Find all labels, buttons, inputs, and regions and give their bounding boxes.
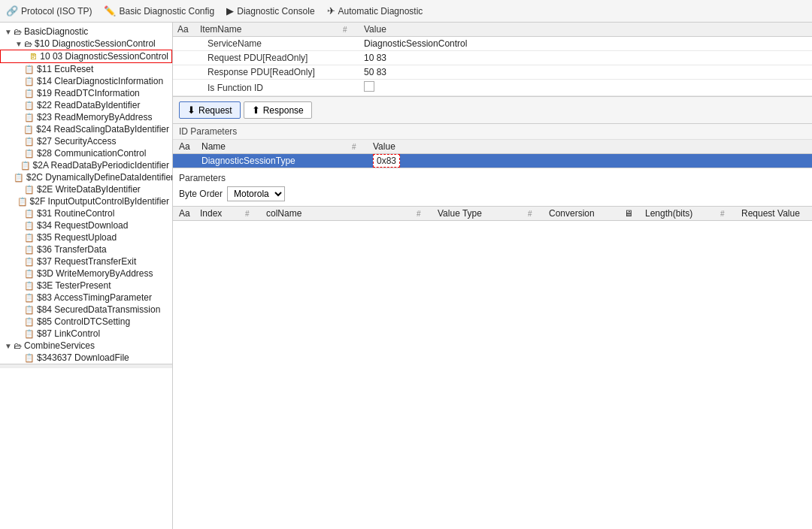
byte-order-label: Byte Order (179, 189, 223, 199)
toolbar-auto-diag[interactable]: ✈ Automatic Diagnostic (327, 5, 423, 17)
id-row-value: 0x83 (373, 156, 806, 166)
info-row: ServiceNameDiagnosticSessionControl (173, 37, 812, 51)
toolbar-basic-diag[interactable]: ✏️ Basic Diagnostic Config (104, 5, 214, 17)
tree-item-10-03-session[interactable]: 🖹10 03 DiagnosticSessionControl (0, 50, 172, 63)
tree-toggle-combineservices-root: ▼ (3, 342, 14, 350)
tree-item-combineservices-root[interactable]: ▼🗁CombineServices (0, 340, 172, 352)
info-row: Response PDU[ReadOnly]50 83 (173, 65, 812, 80)
toolbar-protocol[interactable]: 🔗 Protocol (ISO TP) (6, 5, 92, 17)
toolbar-protocol-label: Protocol (ISO TP) (21, 6, 92, 17)
toolbar: 🔗 Protocol (ISO TP) ✏️ Basic Diagnostic … (0, 0, 812, 23)
tree-item-label: $11 EcuReset (37, 64, 93, 74)
leaf-icon: 📋 (24, 89, 35, 98)
tree-item-27-security[interactable]: 📋$27 SecurityAccess (0, 135, 172, 147)
tree-item-label: $2E WriteDataByIdentifier (37, 184, 141, 195)
leaf-icon: 📋 (24, 149, 35, 159)
params-col-index: Index (200, 208, 245, 219)
folder-icon: 🗁 (24, 39, 32, 48)
info-col-header-itemname: ItemName (200, 24, 343, 35)
tree-item-label: $3D WriteMemoryByAddress (37, 268, 153, 279)
id-col-header-hash: # (352, 141, 373, 152)
tree-item-10-diagnostic[interactable]: ▼🗁$10 DiagnosticSessionControl (0, 38, 172, 50)
id-param-row[interactable]: DiagnosticSessionType 0x83 (173, 154, 812, 168)
leaf-icon: 📋 (23, 125, 34, 135)
params-section-label: Parameters (179, 173, 806, 183)
tree-item-label: $87 LinkControl (37, 328, 100, 339)
tree-item-31-routine[interactable]: 📋$31 RoutineControl (0, 207, 172, 219)
tree-item-85-control[interactable]: 📋$85 ControlDTCSetting (0, 316, 172, 328)
tree-item-36-transfer[interactable]: 📋$36 TransferData (0, 243, 172, 255)
id-row-name: DiagnosticSessionType (201, 156, 352, 166)
info-row-value: 10 83 (364, 53, 807, 63)
tree-item-label: $28 CommunicationControl (37, 148, 146, 159)
tree-item-34-reqdown[interactable]: 📋$34 RequestDownload (0, 219, 172, 231)
tree-item-35-requp[interactable]: 📋$35 RequestUpload (0, 231, 172, 243)
tree-item-23-readmem[interactable]: 📋$23 ReadMemoryByAddress (0, 111, 172, 123)
id-col-header-row: Aa Name # Value (173, 140, 812, 154)
tree-item-label: $3E TesterPresent (37, 280, 111, 291)
info-table-section: Aa ItemName # Value ServiceNameDiagnosti… (173, 23, 812, 97)
console-icon: ▶ (226, 5, 234, 17)
tree-item-label: CombineServices (24, 340, 95, 351)
tree-item-label: $10 DiagnosticSessionControl (35, 38, 156, 49)
leaf-icon: 📋 (20, 161, 31, 171)
info-col-header-hash: # (343, 24, 364, 35)
leaf-icon: 📋 (24, 137, 35, 147)
response-button[interactable]: ⬆ Response (244, 101, 312, 119)
auto-icon: ✈ (327, 5, 335, 17)
tree-item-label: 10 03 DiagnosticSessionControl (40, 51, 168, 62)
tree-toggle-basicdiagnostic-root: ▼ (3, 28, 14, 36)
params-col-icon-len: 🖥 (624, 208, 645, 219)
tree-item-label: $84 SecuredDataTransmission (37, 304, 160, 315)
tree-item-19-readdtc[interactable]: 📋$19 ReadDTCInformation (0, 87, 172, 99)
tree-item-2F-inputoutput[interactable]: 📋$2F InputOutputControlByIdentifier (0, 195, 172, 207)
info-row-value: 50 83 (364, 67, 807, 77)
leaf-icon: 📋 (14, 173, 24, 183)
leaf-icon: 📋 (24, 317, 35, 327)
tree-item-11-ecureset[interactable]: 📋$11 EcuReset (0, 63, 172, 75)
toolbar-basic-diag-label: Basic Diagnostic Config (119, 6, 214, 17)
id-col-header-value: Value (373, 141, 806, 152)
tree-item-37-reqtransfer[interactable]: 📋$37 RequestTransferExit (0, 255, 172, 268)
tree-item-28-comm[interactable]: 📋$28 CommunicationControl (0, 147, 172, 159)
tree-item-343637-download[interactable]: 📋$343637 DownloadFile (0, 352, 172, 364)
tree-item-label: $85 ControlDTCSetting (37, 316, 130, 327)
info-row-value: DiagnosticSessionControl (364, 38, 807, 49)
tree-item-3E-tester[interactable]: 📋$3E TesterPresent (0, 280, 172, 292)
tree-panel: ▼🗁BasicDiagnostic▼🗁$10 DiagnosticSession… (0, 23, 173, 529)
info-checkbox[interactable] (364, 81, 374, 92)
leaf-icon: 📋 (24, 305, 35, 315)
tree-item-2C-dynamic[interactable]: 📋$2C DynamicallyDefineDataIdentifier (0, 171, 172, 183)
request-button[interactable]: ⬇ Request (179, 101, 241, 119)
tree-item-84-secured[interactable]: 📋$84 SecuredDataTransmission (0, 304, 172, 316)
main-layout: ▼🗁BasicDiagnostic▼🗁$10 DiagnosticSession… (0, 23, 812, 529)
tree-item-label: $2C DynamicallyDefineDataIdentifier (26, 172, 173, 183)
request-label: Request (198, 105, 232, 116)
tree-item-14-clear[interactable]: 📋$14 ClearDiagnosticInformation (0, 75, 172, 87)
tree-toggle-10-diagnostic: ▼ (14, 40, 24, 48)
params-col-reqval: Request Value (741, 208, 806, 219)
leaf-icon: 📋 (24, 185, 35, 195)
tree-item-83-access[interactable]: 📋$83 AccessTimingParameter (0, 292, 172, 304)
leaf-icon: 📋 (24, 65, 35, 74)
info-row-value (364, 81, 807, 94)
leaf-icon: 📋 (24, 209, 35, 219)
leaf-icon: 📋 (24, 101, 35, 110)
tree-item-2E-write[interactable]: 📋$2E WriteDataByIdentifier (0, 183, 172, 195)
id-value-input[interactable]: 0x83 (373, 154, 400, 168)
toolbar-diag-console-label: Diagnostic Console (237, 6, 314, 17)
request-icon: ⬇ (187, 104, 195, 116)
tree-item-label: $19 ReadDTCInformation (37, 88, 140, 98)
tree-item-3D-writemem[interactable]: 📋$3D WriteMemoryByAddress (0, 268, 172, 280)
leaf-icon: 📋 (24, 269, 35, 279)
tree-item-2A-readperiodic[interactable]: 📋$2A ReadDataByPeriodicIdentifier (0, 159, 172, 171)
tree-item-87-link[interactable]: 📋$87 LinkControl (0, 328, 172, 340)
tree-item-basicdiagnostic-root[interactable]: ▼🗁BasicDiagnostic (0, 26, 172, 38)
toolbar-diag-console[interactable]: ▶ Diagnostic Console (226, 5, 314, 17)
tree-item-22-readdata[interactable]: 📋$22 ReadDataByIdentifier (0, 99, 172, 111)
id-params-section-label: ID Parameters (173, 124, 812, 140)
tree-item-label: $31 RoutineControl (37, 208, 114, 219)
tree-item-24-readscaling[interactable]: 📋$24 ReadScalingDataByIdentifier (0, 123, 172, 135)
tree-item-label: $343637 DownloadFile (37, 352, 129, 363)
byte-order-select[interactable]: Motorola Intel (227, 186, 285, 201)
